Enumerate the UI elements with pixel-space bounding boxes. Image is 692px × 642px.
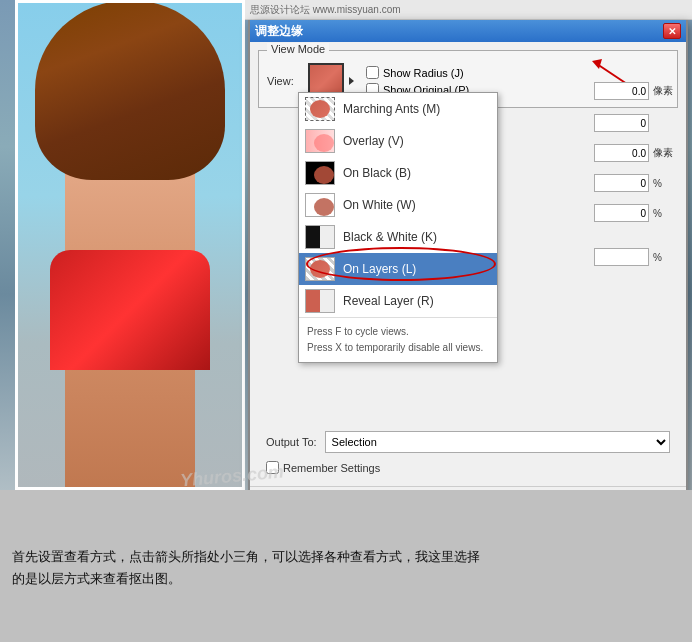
on-layers-icon — [305, 257, 335, 281]
feather-unit: 像素 — [653, 146, 678, 160]
control-row-3: % — [563, 174, 678, 192]
decontaminate-input[interactable] — [594, 248, 649, 266]
feather-input[interactable] — [594, 144, 649, 162]
on-white-label: On White (W) — [343, 198, 416, 212]
dialog-title: 调整边缘 — [255, 23, 303, 40]
remember-settings-checkbox[interactable] — [266, 461, 279, 474]
menu-hint: Press F to cycle views. Press X to tempo… — [299, 317, 497, 362]
forum-header: 思源设计论坛 www.missyuan.com — [245, 0, 692, 20]
on-white-icon — [305, 193, 335, 217]
control-row-4: % — [563, 204, 678, 222]
sliders-group: 像素 % % — [563, 114, 678, 228]
output-row: Output To: Selection Layer Mask New Laye… — [266, 431, 670, 453]
reveal-layer-icon — [305, 289, 335, 313]
output-label: Output To: — [266, 436, 317, 448]
reveal-layer-label: Reveal Layer (R) — [343, 294, 434, 308]
show-radius-row: Show Radius (J) — [366, 66, 469, 79]
view-mode-label: View Mode — [267, 43, 329, 55]
menu-item-black-white[interactable]: Black & White (K) — [299, 221, 497, 253]
bottom-text-line2: 的是以层方式来查看抠出图。 — [12, 568, 680, 590]
dialog-titlebar: 调整边缘 ✕ — [250, 20, 686, 42]
black-white-icon — [305, 225, 335, 249]
adjust-edge-dialog: 调整边缘 ✕ View Mode View: — [248, 20, 688, 525]
menu-item-on-white[interactable]: On White (W) — [299, 189, 497, 221]
menu-item-reveal-layer[interactable]: Reveal Layer (R) — [299, 285, 497, 317]
on-layers-label: On Layers (L) — [343, 262, 416, 276]
svg-line-0 — [597, 64, 627, 84]
smooth-input[interactable] — [594, 114, 649, 132]
output-select[interactable]: Selection Layer Mask New Layer — [325, 431, 670, 453]
menu-hint-line1: Press F to cycle views. — [307, 324, 489, 340]
radius-control-row: 像素 — [563, 82, 678, 100]
show-radius-checkbox[interactable] — [366, 66, 379, 79]
shift-unit: % — [653, 208, 678, 219]
menu-item-on-layers[interactable]: On Layers (L) — [299, 253, 497, 285]
menu-item-marching-ants[interactable]: Marching Ants (M) — [299, 93, 497, 125]
view-dropdown-arrow[interactable] — [349, 77, 354, 85]
on-black-label: On Black (B) — [343, 166, 411, 180]
contrast-unit: % — [653, 178, 678, 189]
show-radius-label: Show Radius (J) — [383, 67, 464, 79]
marching-ants-label: Marching Ants (M) — [343, 102, 440, 116]
output-section: Output To: Selection Layer Mask New Laye… — [258, 427, 678, 478]
menu-hint-line2: Press X to temporarily disable all views… — [307, 340, 489, 356]
remember-settings-label: Remember Settings — [283, 462, 380, 474]
shift-input[interactable] — [594, 204, 649, 222]
view-label: View: — [267, 75, 302, 87]
on-black-icon — [305, 161, 335, 185]
remember-row: Remember Settings — [266, 461, 670, 474]
menu-item-overlay[interactable]: Overlay (V) — [299, 125, 497, 157]
control-row-2: 像素 — [563, 144, 678, 162]
right-controls: 像素 像素 % % — [563, 82, 678, 272]
decontaminate-unit: % — [653, 252, 678, 263]
forum-url: 思源设计论坛 www.missyuan.com — [250, 3, 401, 17]
control-row-1 — [563, 114, 678, 132]
menu-item-on-black[interactable]: On Black (B) — [299, 157, 497, 189]
radius-input[interactable] — [594, 82, 649, 100]
overlay-icon — [305, 129, 335, 153]
marching-ants-icon — [305, 97, 335, 121]
view-mode-dropdown: Marching Ants (M) Overlay (V) On Black (… — [298, 92, 498, 363]
dialog-body: View Mode View: Show Radius (J) — [250, 42, 686, 486]
bottom-text-line1: 首先设置查看方式，点击箭头所指处小三角，可以选择各种查看方式，我这里选择 — [12, 546, 680, 568]
overlay-label: Overlay (V) — [343, 134, 404, 148]
bottom-text-area: 首先设置查看方式，点击箭头所指处小三角，可以选择各种查看方式，我这里选择 的是以… — [0, 490, 692, 642]
radius-unit: 像素 — [653, 84, 678, 98]
percent-row: % — [563, 248, 678, 266]
contrast-input[interactable] — [594, 174, 649, 192]
dialog-close-button[interactable]: ✕ — [663, 23, 681, 39]
black-white-label: Black & White (K) — [343, 230, 437, 244]
